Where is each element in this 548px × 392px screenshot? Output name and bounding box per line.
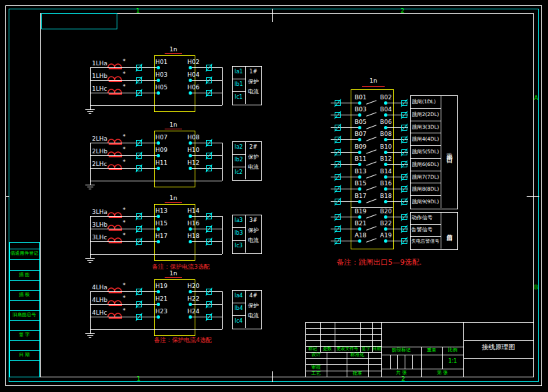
terminal-dot: [189, 215, 192, 218]
terminal-label: H05: [155, 85, 167, 91]
trip-table-line: [410, 121, 441, 121]
terminal-label: H04: [187, 72, 199, 79]
terminal-label: H21: [155, 296, 167, 303]
signal-row-label: 动作信号: [411, 215, 433, 221]
terminal-dot: [358, 163, 361, 166]
terminal-label: H22: [187, 296, 199, 303]
phase-label: 4LHc: [92, 310, 107, 317]
ct-symbol-icon: [107, 86, 124, 95]
scale-header: 比例: [442, 348, 463, 353]
margin-strip-line: [9, 377, 39, 377]
device-label: 1n: [160, 195, 187, 202]
title-block-line: [381, 355, 463, 355]
current-desc-line: 保护: [246, 228, 261, 234]
current-desc-line: 保护: [246, 79, 261, 85]
terminal-dot: [157, 167, 160, 170]
current-desc-line: 2#: [246, 145, 261, 151]
terminal-dot: [384, 175, 387, 179]
ground-icon: [87, 335, 93, 336]
current-table-line: [232, 240, 245, 241]
terminal-dot: [384, 239, 387, 243]
margin-strip-line: [9, 249, 39, 249]
phase-label: 1LHc: [92, 86, 107, 93]
current-code: Ia1: [232, 69, 245, 75]
terminal-label: B17: [355, 193, 367, 200]
trip-table-title: 跳闸出口: [441, 95, 457, 208]
terminal-label: B15: [355, 181, 367, 187]
ground-icon: [89, 337, 91, 338]
current-code: Ic2: [232, 170, 245, 176]
margin-strip-label: 借通用件登记: [9, 251, 39, 257]
current-desc-line: 保护: [246, 303, 261, 309]
terminal-label: B19: [355, 209, 367, 215]
polarity-star-icon: *: [123, 147, 126, 153]
margin-strip-line: [9, 259, 39, 260]
trip-table-line: [410, 133, 441, 133]
terminal-dot: [358, 113, 361, 117]
ct-symbol-icon: [107, 161, 124, 171]
bus-wire: [90, 329, 222, 330]
terminal-label: B02: [380, 95, 392, 101]
polarity-star-icon: *: [123, 84, 126, 91]
current-table-line: [232, 315, 245, 316]
terminal-dot: [157, 141, 160, 145]
polarity-star-icon: *: [123, 308, 126, 315]
remark-text: 备注：跳闸出口5—9选配.: [337, 259, 422, 267]
terminal-dot: [358, 227, 361, 231]
trip-table-line: [410, 108, 441, 109]
margin-strip-line: [9, 300, 39, 301]
current-desc-line: 电流: [246, 313, 261, 319]
zone-label-top-1: 1: [136, 8, 140, 15]
signal-table-title: 信号出口: [441, 212, 457, 249]
polarity-star-icon: *: [123, 283, 126, 289]
terminal-label: H16: [187, 221, 199, 227]
margin-strip-line: [9, 330, 39, 331]
terminal-dot: [189, 227, 192, 231]
phase-label: 2LHc: [92, 161, 107, 168]
current-table-line: [232, 167, 245, 167]
terminal-dot: [157, 303, 160, 306]
device-underline: [165, 53, 182, 54]
trip-row-label: 跳闸3(3DL): [412, 125, 439, 130]
ct-symbol-icon: [107, 209, 124, 219]
current-code: Ia3: [232, 218, 245, 224]
terminal-label: H24: [187, 309, 199, 315]
ct-symbol-icon: [107, 297, 124, 307]
wire: [90, 93, 158, 93]
title-block-line: [390, 355, 391, 369]
trip-table-line: [410, 158, 441, 159]
trip-table-line: [410, 145, 441, 146]
wire: [90, 229, 158, 229]
terminal-dot: [189, 167, 192, 170]
terminal-label: H07: [155, 135, 167, 141]
ground-icon: [89, 189, 91, 189]
current-desc-line: 3#: [246, 218, 261, 224]
cad-drawing-sheet[interactable]: 1212AB借通用件登记描 图描 校旧底图总号签 字日 期1n1LHa*H01H…: [0, 0, 548, 392]
margin-strip-line: [9, 310, 39, 311]
terminal-dot: [189, 303, 192, 306]
signal-row-label: 告警信号: [411, 227, 433, 233]
ct-symbol-icon: [107, 61, 124, 70]
terminal-label: H02: [187, 59, 199, 66]
signal-table-line: [410, 224, 441, 225]
role-process: 工艺: [305, 371, 327, 377]
remark-text: 备注：保护电流4选配: [154, 337, 212, 344]
device-underline: [165, 277, 182, 278]
ground-icon: [85, 333, 95, 334]
phase-label: 4LHb: [92, 297, 107, 304]
terminal-label: B07: [355, 131, 367, 138]
trip-row-label: 跳闸4(4DL): [412, 137, 439, 142]
terminal-label: B09: [355, 144, 367, 151]
polarity-star-icon: *: [123, 220, 126, 227]
margin-strip-line: [9, 290, 39, 291]
terminal-label: B06: [380, 119, 392, 126]
terminal-label: H15: [155, 221, 167, 227]
margin-strip-label: 描 图: [9, 273, 39, 278]
wire: [90, 317, 158, 317]
terminal-label: H19: [155, 283, 167, 290]
trip-row-label: 跳闸9(9DL): [412, 199, 439, 205]
terminal-dot: [358, 239, 361, 243]
zone-tick-top: [272, 9, 273, 22]
terminal-dot: [384, 187, 387, 191]
device-underline: [165, 129, 182, 129]
